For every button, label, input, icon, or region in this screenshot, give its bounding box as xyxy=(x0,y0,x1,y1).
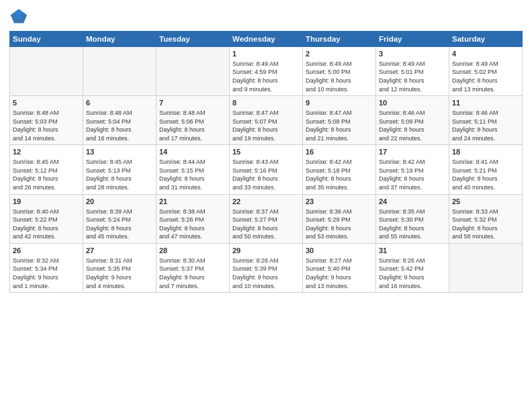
calendar-cell xyxy=(449,243,523,292)
calendar-cell: 14Sunrise: 8:44 AM Sunset: 5:15 PM Dayli… xyxy=(157,145,230,194)
calendar-cell: 26Sunrise: 8:32 AM Sunset: 5:34 PM Dayli… xyxy=(10,243,83,292)
calendar-cell: 15Sunrise: 8:43 AM Sunset: 5:16 PM Dayli… xyxy=(230,145,303,194)
calendar-cell: 7Sunrise: 8:48 AM Sunset: 5:06 PM Daylig… xyxy=(157,96,230,145)
day-info: Sunrise: 8:43 AM Sunset: 5:16 PM Dayligh… xyxy=(232,158,300,191)
calendar-cell: 25Sunrise: 8:33 AM Sunset: 5:32 PM Dayli… xyxy=(449,194,523,243)
calendar-cell: 13Sunrise: 8:45 AM Sunset: 5:13 PM Dayli… xyxy=(83,145,157,194)
weekday-header-thursday: Thursday xyxy=(303,32,376,47)
day-info: Sunrise: 8:30 AM Sunset: 5:37 PM Dayligh… xyxy=(159,257,226,290)
day-number: 24 xyxy=(379,197,446,207)
day-info: Sunrise: 8:40 AM Sunset: 5:22 PM Dayligh… xyxy=(13,208,80,241)
calendar-cell: 11Sunrise: 8:46 AM Sunset: 5:11 PM Dayli… xyxy=(449,96,523,145)
calendar-cell: 6Sunrise: 8:48 AM Sunset: 5:04 PM Daylig… xyxy=(83,96,157,145)
day-number: 21 xyxy=(159,197,226,207)
day-info: Sunrise: 8:49 AM Sunset: 5:00 PM Dayligh… xyxy=(306,60,373,93)
calendar-week-1: 5Sunrise: 8:48 AM Sunset: 5:03 PM Daylig… xyxy=(10,96,523,145)
day-number: 26 xyxy=(13,246,80,256)
day-number: 8 xyxy=(232,98,300,108)
day-info: Sunrise: 8:28 AM Sunset: 5:39 PM Dayligh… xyxy=(232,257,300,290)
day-info: Sunrise: 8:42 AM Sunset: 5:19 PM Dayligh… xyxy=(379,158,446,191)
day-number: 14 xyxy=(159,147,226,157)
calendar-cell: 17Sunrise: 8:42 AM Sunset: 5:19 PM Dayli… xyxy=(376,145,449,194)
calendar-cell: 23Sunrise: 8:36 AM Sunset: 5:29 PM Dayli… xyxy=(303,194,376,243)
day-info: Sunrise: 8:31 AM Sunset: 5:35 PM Dayligh… xyxy=(86,257,153,290)
calendar-cell: 8Sunrise: 8:47 AM Sunset: 5:07 PM Daylig… xyxy=(230,96,303,145)
calendar-cell: 10Sunrise: 8:46 AM Sunset: 5:09 PM Dayli… xyxy=(376,96,449,145)
weekday-header-monday: Monday xyxy=(83,32,157,47)
calendar-cell xyxy=(10,47,83,96)
day-number: 5 xyxy=(13,98,80,108)
day-info: Sunrise: 8:33 AM Sunset: 5:32 PM Dayligh… xyxy=(452,208,519,241)
calendar-cell: 9Sunrise: 8:47 AM Sunset: 5:08 PM Daylig… xyxy=(303,96,376,145)
day-number: 30 xyxy=(306,246,373,256)
day-number: 3 xyxy=(379,49,446,59)
calendar-cell: 20Sunrise: 8:39 AM Sunset: 5:24 PM Dayli… xyxy=(83,194,157,243)
calendar-week-2: 12Sunrise: 8:45 AM Sunset: 5:12 PM Dayli… xyxy=(10,145,523,194)
day-number: 9 xyxy=(306,98,373,108)
day-info: Sunrise: 8:27 AM Sunset: 5:40 PM Dayligh… xyxy=(306,257,373,290)
day-info: Sunrise: 8:32 AM Sunset: 5:34 PM Dayligh… xyxy=(13,257,80,290)
day-info: Sunrise: 8:48 AM Sunset: 5:06 PM Dayligh… xyxy=(159,109,226,142)
day-info: Sunrise: 8:39 AM Sunset: 5:24 PM Dayligh… xyxy=(86,208,153,241)
day-info: Sunrise: 8:48 AM Sunset: 5:04 PM Dayligh… xyxy=(86,109,153,142)
calendar-week-3: 19Sunrise: 8:40 AM Sunset: 5:22 PM Dayli… xyxy=(10,194,523,243)
svg-marker-1 xyxy=(15,9,23,19)
calendar-cell: 5Sunrise: 8:48 AM Sunset: 5:03 PM Daylig… xyxy=(10,96,83,145)
day-number: 15 xyxy=(232,147,300,157)
logo xyxy=(9,7,30,26)
day-info: Sunrise: 8:49 AM Sunset: 4:59 PM Dayligh… xyxy=(232,60,300,93)
calendar-cell: 18Sunrise: 8:41 AM Sunset: 5:21 PM Dayli… xyxy=(449,145,523,194)
calendar-cell xyxy=(157,47,230,96)
calendar-week-4: 26Sunrise: 8:32 AM Sunset: 5:34 PM Dayli… xyxy=(10,243,523,292)
calendar-cell: 27Sunrise: 8:31 AM Sunset: 5:35 PM Dayli… xyxy=(83,243,157,292)
page: SundayMondayTuesdayWednesdayThursdayFrid… xyxy=(0,0,532,411)
calendar-cell: 12Sunrise: 8:45 AM Sunset: 5:12 PM Dayli… xyxy=(10,145,83,194)
calendar-cell: 2Sunrise: 8:49 AM Sunset: 5:00 PM Daylig… xyxy=(303,47,376,96)
day-number: 23 xyxy=(306,197,373,207)
weekday-header-tuesday: Tuesday xyxy=(157,32,230,47)
weekday-header-sunday: Sunday xyxy=(10,32,83,47)
day-number: 17 xyxy=(379,147,446,157)
calendar-cell: 30Sunrise: 8:27 AM Sunset: 5:40 PM Dayli… xyxy=(303,243,376,292)
day-number: 20 xyxy=(86,197,153,207)
header xyxy=(9,7,523,26)
calendar-cell: 22Sunrise: 8:37 AM Sunset: 5:27 PM Dayli… xyxy=(230,194,303,243)
day-info: Sunrise: 8:41 AM Sunset: 5:21 PM Dayligh… xyxy=(452,158,519,191)
day-info: Sunrise: 8:47 AM Sunset: 5:08 PM Dayligh… xyxy=(306,109,373,142)
calendar-cell: 24Sunrise: 8:35 AM Sunset: 5:30 PM Dayli… xyxy=(376,194,449,243)
weekday-header-friday: Friday xyxy=(376,32,449,47)
day-info: Sunrise: 8:42 AM Sunset: 5:18 PM Dayligh… xyxy=(306,158,373,191)
calendar-cell xyxy=(83,47,157,96)
day-number: 10 xyxy=(379,98,446,108)
calendar-cell: 21Sunrise: 8:38 AM Sunset: 5:26 PM Dayli… xyxy=(157,194,230,243)
calendar-cell: 19Sunrise: 8:40 AM Sunset: 5:22 PM Dayli… xyxy=(10,194,83,243)
calendar-cell: 31Sunrise: 8:26 AM Sunset: 5:42 PM Dayli… xyxy=(376,243,449,292)
day-number: 4 xyxy=(452,49,519,59)
day-info: Sunrise: 8:49 AM Sunset: 5:01 PM Dayligh… xyxy=(379,60,446,93)
weekday-header-wednesday: Wednesday xyxy=(230,32,303,47)
day-number: 2 xyxy=(306,49,373,59)
day-info: Sunrise: 8:46 AM Sunset: 5:09 PM Dayligh… xyxy=(379,109,446,142)
day-info: Sunrise: 8:36 AM Sunset: 5:29 PM Dayligh… xyxy=(306,208,373,241)
calendar-cell: 29Sunrise: 8:28 AM Sunset: 5:39 PM Dayli… xyxy=(230,243,303,292)
day-number: 12 xyxy=(13,147,80,157)
day-number: 18 xyxy=(452,147,519,157)
calendar-cell: 4Sunrise: 8:49 AM Sunset: 5:02 PM Daylig… xyxy=(449,47,523,96)
day-info: Sunrise: 8:45 AM Sunset: 5:12 PM Dayligh… xyxy=(13,158,80,191)
day-number: 16 xyxy=(306,147,373,157)
day-number: 31 xyxy=(379,246,446,256)
calendar-cell: 16Sunrise: 8:42 AM Sunset: 5:18 PM Dayli… xyxy=(303,145,376,194)
day-info: Sunrise: 8:45 AM Sunset: 5:13 PM Dayligh… xyxy=(86,158,153,191)
day-number: 22 xyxy=(232,197,300,207)
calendar-cell: 3Sunrise: 8:49 AM Sunset: 5:01 PM Daylig… xyxy=(376,47,449,96)
day-info: Sunrise: 8:26 AM Sunset: 5:42 PM Dayligh… xyxy=(379,257,446,290)
day-info: Sunrise: 8:35 AM Sunset: 5:30 PM Dayligh… xyxy=(379,208,446,241)
day-number: 1 xyxy=(232,49,300,59)
day-info: Sunrise: 8:49 AM Sunset: 5:02 PM Dayligh… xyxy=(452,60,519,93)
day-number: 13 xyxy=(86,147,153,157)
day-info: Sunrise: 8:48 AM Sunset: 5:03 PM Dayligh… xyxy=(13,109,80,142)
calendar-cell: 28Sunrise: 8:30 AM Sunset: 5:37 PM Dayli… xyxy=(157,243,230,292)
day-info: Sunrise: 8:46 AM Sunset: 5:11 PM Dayligh… xyxy=(452,109,519,142)
calendar-table: SundayMondayTuesdayWednesdayThursdayFrid… xyxy=(9,31,523,293)
day-number: 29 xyxy=(232,246,300,256)
